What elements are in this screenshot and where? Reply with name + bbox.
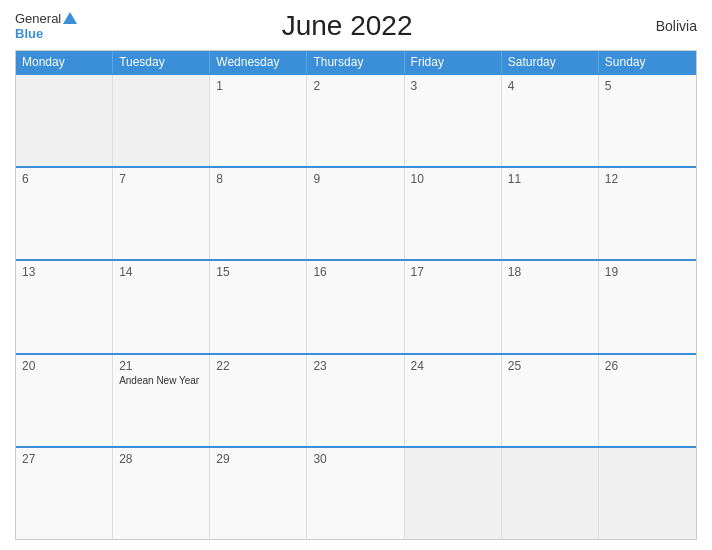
- logo-triangle-icon: [63, 12, 77, 24]
- day-header-friday: Friday: [405, 51, 502, 73]
- day-cell: 29: [210, 448, 307, 539]
- day-number: 14: [119, 265, 203, 279]
- day-header-wednesday: Wednesday: [210, 51, 307, 73]
- day-number: 4: [508, 79, 592, 93]
- calendar-header: General Blue June 2022 Bolivia: [15, 10, 697, 42]
- day-number: 5: [605, 79, 690, 93]
- day-cell: [405, 448, 502, 539]
- day-number: 25: [508, 359, 592, 373]
- day-number: 30: [313, 452, 397, 466]
- day-header-thursday: Thursday: [307, 51, 404, 73]
- day-cell: 7: [113, 168, 210, 259]
- logo-general-text: General: [15, 11, 61, 26]
- day-cell: 30: [307, 448, 404, 539]
- day-number: 20: [22, 359, 106, 373]
- day-number: 11: [508, 172, 592, 186]
- week-row-2: 6789101112: [16, 166, 696, 259]
- day-number: 12: [605, 172, 690, 186]
- day-number: 2: [313, 79, 397, 93]
- day-number: 18: [508, 265, 592, 279]
- day-number: 9: [313, 172, 397, 186]
- day-cell: 15: [210, 261, 307, 352]
- day-cell: 13: [16, 261, 113, 352]
- country-label: Bolivia: [617, 18, 697, 34]
- day-cell: 28: [113, 448, 210, 539]
- calendar-grid: MondayTuesdayWednesdayThursdayFridaySatu…: [15, 50, 697, 540]
- day-number: 29: [216, 452, 300, 466]
- day-cell: 3: [405, 75, 502, 166]
- day-cell: 2: [307, 75, 404, 166]
- logo: General Blue: [15, 11, 77, 41]
- day-number: 22: [216, 359, 300, 373]
- day-number: 13: [22, 265, 106, 279]
- day-cell: 9: [307, 168, 404, 259]
- calendar-container: General Blue June 2022 Bolivia MondayTue…: [0, 0, 712, 550]
- week-row-4: 2021Andean New Year2223242526: [16, 353, 696, 446]
- day-cell: 21Andean New Year: [113, 355, 210, 446]
- day-number: 26: [605, 359, 690, 373]
- day-number: 21: [119, 359, 203, 373]
- weeks-container: 123456789101112131415161718192021Andean …: [16, 73, 696, 539]
- day-number: 15: [216, 265, 300, 279]
- day-number: 28: [119, 452, 203, 466]
- week-row-3: 13141516171819: [16, 259, 696, 352]
- day-cell: 10: [405, 168, 502, 259]
- day-cell: 24: [405, 355, 502, 446]
- day-number: 27: [22, 452, 106, 466]
- day-cell: [113, 75, 210, 166]
- day-cell: 12: [599, 168, 696, 259]
- day-header-tuesday: Tuesday: [113, 51, 210, 73]
- day-number: 6: [22, 172, 106, 186]
- week-row-5: 27282930: [16, 446, 696, 539]
- day-cell: [502, 448, 599, 539]
- day-cell: 4: [502, 75, 599, 166]
- day-cell: 17: [405, 261, 502, 352]
- calendar-title: June 2022: [77, 10, 617, 42]
- day-cell: 20: [16, 355, 113, 446]
- day-number: 10: [411, 172, 495, 186]
- day-number: 17: [411, 265, 495, 279]
- day-cell: 8: [210, 168, 307, 259]
- day-number: 3: [411, 79, 495, 93]
- day-cell: 1: [210, 75, 307, 166]
- day-cell: 22: [210, 355, 307, 446]
- day-number: 19: [605, 265, 690, 279]
- day-cell: 18: [502, 261, 599, 352]
- event-label: Andean New Year: [119, 375, 203, 386]
- day-cell: 14: [113, 261, 210, 352]
- day-cell: [16, 75, 113, 166]
- day-number: 16: [313, 265, 397, 279]
- day-headers-row: MondayTuesdayWednesdayThursdayFridaySatu…: [16, 51, 696, 73]
- week-row-1: 12345: [16, 73, 696, 166]
- day-cell: 16: [307, 261, 404, 352]
- day-cell: 25: [502, 355, 599, 446]
- day-header-saturday: Saturday: [502, 51, 599, 73]
- day-cell: 19: [599, 261, 696, 352]
- day-number: 1: [216, 79, 300, 93]
- day-number: 7: [119, 172, 203, 186]
- day-number: 23: [313, 359, 397, 373]
- day-cell: 27: [16, 448, 113, 539]
- day-cell: 11: [502, 168, 599, 259]
- day-number: 24: [411, 359, 495, 373]
- day-cell: [599, 448, 696, 539]
- logo-blue-text: Blue: [15, 26, 43, 41]
- day-header-monday: Monday: [16, 51, 113, 73]
- day-cell: 6: [16, 168, 113, 259]
- day-header-sunday: Sunday: [599, 51, 696, 73]
- day-number: 8: [216, 172, 300, 186]
- day-cell: 5: [599, 75, 696, 166]
- day-cell: 26: [599, 355, 696, 446]
- day-cell: 23: [307, 355, 404, 446]
